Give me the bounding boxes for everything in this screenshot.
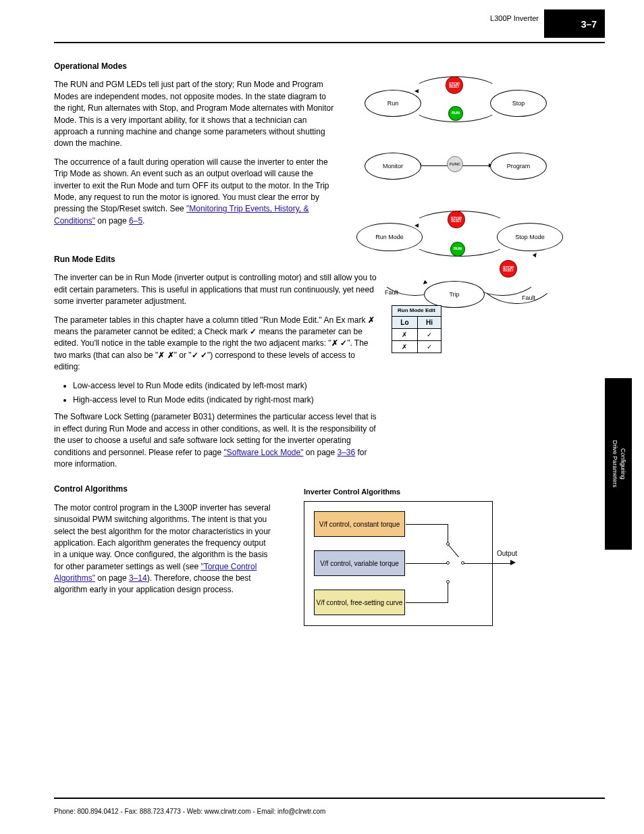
output-arrowhead-icon xyxy=(510,560,516,565)
bullet-low-access: Low-access level to Run Mode edits (indi… xyxy=(73,380,378,392)
side-tab-line2: Drive Parameters xyxy=(612,440,618,488)
run-mode-edit-table: Run Mode Edit Lo Hi ✗ ✓ ✗ ✓ xyxy=(392,305,441,353)
link-software-lock[interactable]: "Software Lock Mode" xyxy=(224,448,304,457)
state-diagram-run-stop: Run Stop STOP RESET RUN xyxy=(358,71,554,135)
run-mode-edits-p3: The Software Lock Setting (parameter B03… xyxy=(54,411,378,470)
state-monitor: Monitor xyxy=(365,153,421,180)
src-box-c: V/f control, free-setting curve xyxy=(314,590,405,615)
stop-reset-icon-2: STOP RESET xyxy=(448,211,465,228)
src-box-b: V/f control, variable torque xyxy=(314,550,405,576)
header-right-block: L300P Inverter xyxy=(490,14,539,24)
state-run-mode: Run Mode xyxy=(356,223,423,251)
state-diagram-monitor-program: Monitor Program FUNC xyxy=(358,147,554,185)
run-icon: RUN xyxy=(448,106,463,121)
state-run: Run xyxy=(365,90,421,117)
control-algos-p: The motor control program in the L300P i… xyxy=(54,502,273,596)
algo-block-diagram: V/f control, constant torque V/f control… xyxy=(304,501,493,626)
header-product: L300P Inverter xyxy=(490,14,539,22)
cell-r2-hi: ✓ xyxy=(417,340,441,353)
rule-top xyxy=(54,42,605,43)
cell-header-top: Run Mode Edit xyxy=(392,306,441,317)
cell-r2-lo: ✗ xyxy=(392,340,418,353)
cell-r1-lo: ✗ xyxy=(392,328,418,340)
link-page-6-5[interactable]: 6–5 xyxy=(129,216,142,226)
state-program: Program xyxy=(490,153,547,180)
section-title-op-modes: Operational Modes xyxy=(54,61,338,72)
op-modes-p1: The RUN and PGM LEDs tell just part of t… xyxy=(54,79,338,149)
section-title-run-mode-edits: Run Mode Edits xyxy=(54,254,378,265)
algo-block-title: Inverter Control Algorithms xyxy=(304,488,400,496)
page-number: 3–7 xyxy=(581,19,597,30)
cell-header-hi: Hi xyxy=(417,316,441,328)
op-modes-p2: The occurrence of a fault during operati… xyxy=(54,157,338,227)
cell-r1-hi: ✓ xyxy=(417,328,441,340)
footer-contact: Phone: 800.894.0412 - Fax: 888.723.4773 … xyxy=(54,808,325,815)
side-tab-text: Configuring Drive Parameters xyxy=(605,378,632,550)
bullet-high-access: High-access level to Run Mode edits (ind… xyxy=(73,394,378,406)
section-title-control-algos: Control Algorithms xyxy=(54,484,273,495)
side-tab-line1: Configuring xyxy=(620,448,626,479)
link-page-3-14[interactable]: 3–14 xyxy=(129,573,147,583)
func-icon: FUNC xyxy=(447,156,463,172)
output-label: Output xyxy=(497,550,517,557)
src-box-a: V/f control, constant torque xyxy=(314,511,405,537)
run-mode-edits-p1: The inverter can be in Run Mode (inverte… xyxy=(54,272,378,307)
state-stop: Stop xyxy=(490,90,547,117)
link-page-3-36[interactable]: 3–36 xyxy=(338,448,356,457)
run-mode-edits-p2: The parameter tables in this chapter hav… xyxy=(54,315,378,373)
stop-reset-icon: STOP RESET xyxy=(446,76,463,94)
rule-bottom xyxy=(54,798,605,799)
cell-header-lo: Lo xyxy=(392,316,418,328)
